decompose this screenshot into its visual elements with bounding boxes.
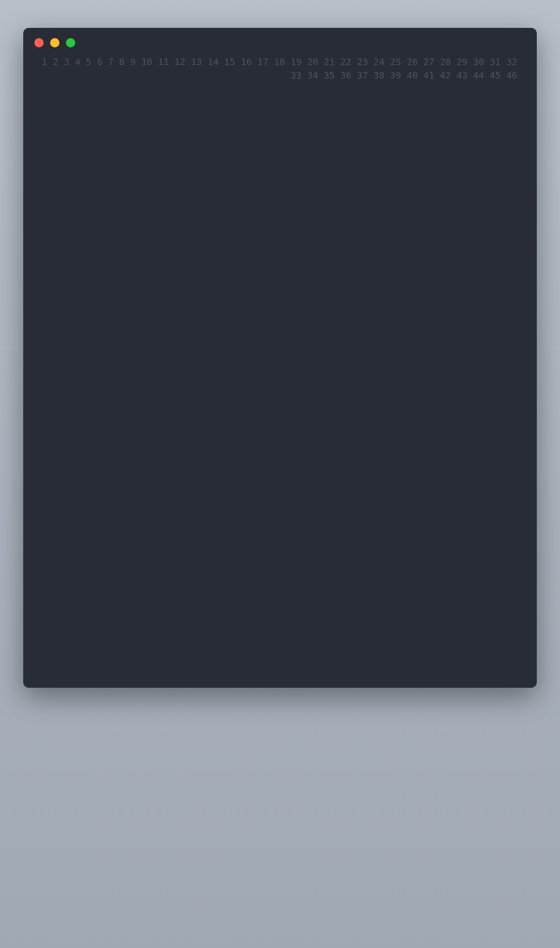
code-window: 1 2 3 4 5 6 7 8 9 10 11 12 13 14 15 16 1… (23, 28, 537, 688)
close-icon[interactable] (34, 38, 44, 47)
code-editor[interactable]: 1 2 3 4 5 6 7 8 9 10 11 12 13 14 15 16 1… (23, 53, 537, 688)
window-titlebar (23, 28, 537, 53)
line-number-gutter: 1 2 3 4 5 6 7 8 9 10 11 12 13 14 15 16 1… (23, 56, 526, 669)
minimize-icon[interactable] (50, 38, 59, 47)
maximize-icon[interactable] (66, 38, 75, 47)
